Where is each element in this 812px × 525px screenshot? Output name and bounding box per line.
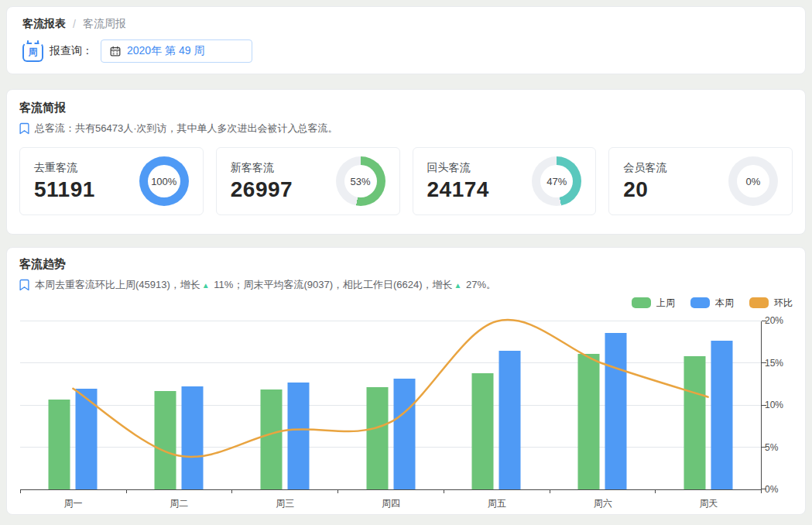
brief-title: 客流简报 [19, 101, 793, 115]
y-axis-label: 15% [765, 358, 791, 369]
legend-item-wow-ratio[interactable]: 环比 [749, 297, 793, 310]
stat-card-new: 新客客流 26997 53% [216, 147, 400, 215]
legend-label: 本周 [715, 297, 734, 310]
legend-label: 上周 [656, 297, 675, 310]
header-card: 客流报表 / 客流周报 周 报查询： 2020年 第 49 周 [6, 6, 806, 74]
donut-percent: 53% [350, 176, 370, 187]
stat-value: 51191 [34, 177, 95, 202]
breadcrumb: 客流报表 / 客流周报 [22, 17, 790, 31]
donut-percent: 100% [151, 176, 176, 187]
bookmark-icon [19, 122, 29, 135]
trend-note: 本周去重客流环比上周(45913)，增长▲ 11%；周末平均客流(9037)，相… [19, 278, 793, 292]
y-axis-right: 0%5%10%15%20% [762, 321, 793, 490]
legend-swatch-green [632, 297, 651, 308]
stat-value: 24174 [427, 177, 489, 202]
donut-percent: 47% [546, 176, 567, 187]
trend-title: 客流趋势 [19, 257, 793, 272]
week-report-icon: 周 [22, 43, 43, 62]
x-axis-label: 周四 [382, 497, 400, 510]
legend-item-last-week[interactable]: 上周 [632, 297, 675, 310]
chart-legend: 上周 本周 环比 [19, 297, 793, 309]
donut-chart: 0% [728, 156, 778, 206]
stat-card-dedup: 去重客流 51191 100% [19, 147, 204, 215]
donut-chart: 47% [532, 156, 581, 206]
legend-swatch-orange [749, 297, 769, 308]
trend-note-text: 本周去重客流环比上周(45913)，增长▲ 11%；周末平均客流(9037)，相… [35, 278, 496, 292]
breadcrumb-separator: / [73, 18, 76, 30]
y-axis-label: 0% [765, 484, 791, 495]
week-query-row: 周 报查询： 2020年 第 49 周 [22, 39, 790, 63]
x-axis-label: 周六 [594, 497, 612, 510]
brief-note-text: 总客流：共有56473人·次到访，其中单人多次进出会被计入总客流。 [35, 122, 337, 136]
donut-chart: 100% [139, 156, 189, 206]
week-date-picker[interactable]: 2020年 第 49 周 [101, 39, 252, 63]
date-picker-value: 2020年 第 49 周 [127, 44, 204, 58]
trend-line [20, 321, 761, 489]
donut-percent: 0% [746, 176, 761, 187]
x-axis-label: 周天 [700, 497, 718, 510]
x-axis-label: 周三 [276, 497, 294, 510]
trend-card: 客流趋势 本周去重客流环比上周(45913)，增长▲ 11%；周末平均客流(90… [6, 247, 806, 515]
y-axis-label: 10% [765, 400, 791, 410]
x-axis-label: 周二 [170, 497, 188, 510]
donut-chart: 53% [336, 156, 385, 206]
legend-label: 环比 [774, 297, 793, 310]
x-axis-labels: 周一周二周三周四周五周六周天 [20, 492, 762, 509]
stat-label: 去重客流 [34, 161, 95, 175]
plot-area [20, 321, 762, 490]
trend-chart: 0%5%10%15%20% 周一周二周三周四周五周六周天 [19, 311, 793, 509]
bookmark-icon [19, 279, 29, 291]
breadcrumb-section[interactable]: 客流报表 [22, 17, 66, 31]
y-axis-label: 5% [765, 442, 791, 453]
y-axis-label: 20% [765, 315, 791, 326]
legend-swatch-blue [690, 297, 710, 308]
stat-label: 回头客流 [427, 161, 489, 175]
x-axis-label: 周五 [488, 497, 506, 510]
stat-card-member: 会员客流 20 0% [608, 147, 793, 215]
breadcrumb-current: 客流周报 [83, 17, 126, 31]
growth-up-icon: ▲ [454, 281, 462, 290]
legend-item-this-week[interactable]: 本周 [690, 297, 734, 310]
stat-label: 新客客流 [231, 161, 293, 175]
stat-value: 26997 [231, 177, 293, 202]
stat-value: 20 [623, 177, 666, 202]
brief-card: 客流简报 总客流：共有56473人·次到访，其中单人多次进出会被计入总客流。 去… [6, 89, 806, 235]
week-badge-text: 周 [29, 46, 38, 59]
growth-up-icon: ▲ [202, 281, 210, 290]
stat-card-returning: 回头客流 24174 47% [413, 147, 597, 215]
x-axis-label: 周一 [63, 497, 82, 510]
query-label: 报查询： [50, 44, 93, 58]
stats-row: 去重客流 51191 100% 新客客流 26997 53% 回头客流 2417… [19, 147, 793, 215]
stat-label: 会员客流 [623, 161, 666, 175]
brief-note: 总客流：共有56473人·次到访，其中单人多次进出会被计入总客流。 [19, 122, 793, 136]
calendar-icon [110, 46, 121, 57]
